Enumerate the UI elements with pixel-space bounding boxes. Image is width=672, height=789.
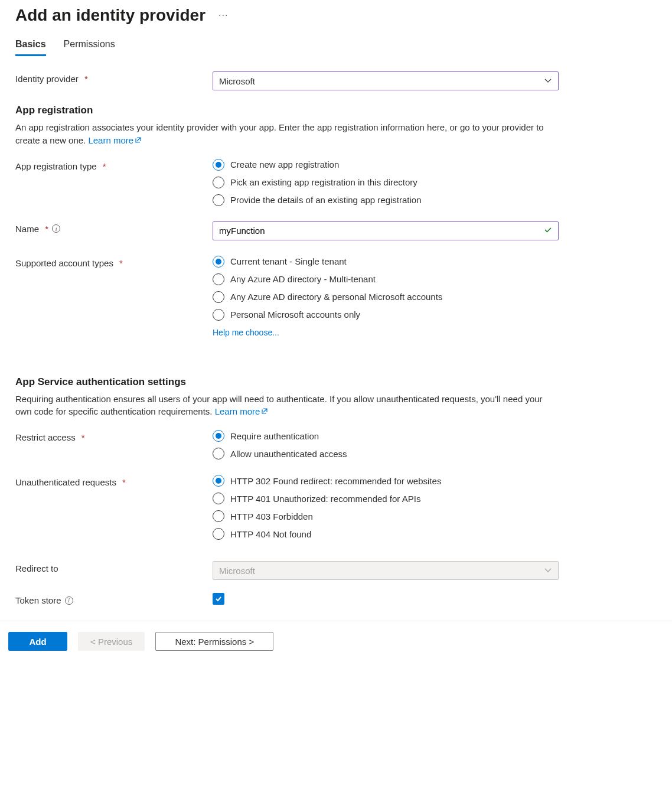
radio-http-403[interactable]: HTTP 403 Forbidden <box>213 510 559 522</box>
redirect-to-value: Microsoft <box>219 566 255 576</box>
tab-basics[interactable]: Basics <box>15 35 46 56</box>
redirect-to-select: Microsoft <box>213 561 559 580</box>
add-button[interactable]: Add <box>8 632 67 651</box>
radio-allow-unauth[interactable]: Allow unauthenticated access <box>213 448 559 459</box>
identity-provider-value: Microsoft <box>219 76 255 86</box>
radio-single-tenant[interactable]: Current tenant - Single tenant <box>213 256 559 268</box>
radio-personal-only[interactable]: Personal Microsoft accounts only <box>213 309 559 321</box>
redirect-to-label: Redirect to <box>15 561 213 573</box>
page-title: Add an identity provider <box>15 6 205 25</box>
help-me-choose-link[interactable]: Help me choose... <box>213 328 279 337</box>
name-label: Name * i <box>15 221 213 234</box>
more-icon[interactable]: ··· <box>216 8 230 23</box>
identity-provider-label: Identity provider * <box>15 71 213 84</box>
token-store-label: Token store i <box>15 593 213 605</box>
chevron-down-icon <box>544 566 552 575</box>
app-registration-desc: An app registration associates your iden… <box>15 121 559 147</box>
info-icon[interactable]: i <box>52 224 60 233</box>
radio-http-302[interactable]: HTTP 302 Found redirect: recommended for… <box>213 475 559 487</box>
external-link-icon <box>135 134 142 147</box>
radio-multi-personal[interactable]: Any Azure AD directory & personal Micros… <box>213 291 559 303</box>
supported-types-group: Current tenant - Single tenant Any Azure… <box>213 256 559 321</box>
radio-require-auth[interactable]: Require authentication <box>213 430 559 442</box>
radio-create-new[interactable]: Create new app registration <box>213 159 559 171</box>
learn-more-app-reg-link[interactable]: Learn more <box>88 135 142 145</box>
supported-types-label: Supported account types * <box>15 256 213 268</box>
radio-http-404[interactable]: HTTP 404 Not found <box>213 528 559 540</box>
restrict-access-label: Restrict access * <box>15 430 213 442</box>
app-registration-heading: App registration <box>15 105 657 116</box>
identity-provider-select[interactable]: Microsoft <box>213 71 559 90</box>
app-reg-type-group: Create new app registration Pick an exis… <box>213 159 559 206</box>
unauth-requests-group: HTTP 302 Found redirect: recommended for… <box>213 475 559 540</box>
info-icon[interactable]: i <box>65 596 73 605</box>
radio-multi-tenant[interactable]: Any Azure AD directory - Multi-tenant <box>213 273 559 285</box>
auth-settings-heading: App Service authentication settings <box>15 376 657 388</box>
external-link-icon <box>261 405 268 418</box>
tabs: Basics Permissions <box>15 35 657 56</box>
name-input[interactable] <box>213 221 559 240</box>
radio-provide-details[interactable]: Provide the details of an existing app r… <box>213 194 559 206</box>
check-icon <box>543 225 553 237</box>
app-reg-type-label: App registration type * <box>15 159 213 171</box>
unauth-requests-label: Unauthenticated requests * <box>15 475 213 487</box>
chevron-down-icon <box>544 77 552 85</box>
bottom-bar: Add < Previous Next: Permissions > <box>0 621 672 661</box>
previous-button: < Previous <box>78 632 145 651</box>
radio-http-401[interactable]: HTTP 401 Unauthorized: recommended for A… <box>213 493 559 504</box>
auth-settings-desc: Requiring authentication ensures all use… <box>15 393 559 419</box>
token-store-checkbox[interactable] <box>213 593 224 605</box>
radio-pick-existing[interactable]: Pick an existing app registration in thi… <box>213 177 559 188</box>
next-permissions-button[interactable]: Next: Permissions > <box>155 632 273 651</box>
learn-more-auth-link[interactable]: Learn more <box>215 406 269 416</box>
tab-permissions[interactable]: Permissions <box>64 35 115 56</box>
restrict-access-group: Require authentication Allow unauthentic… <box>213 430 559 459</box>
